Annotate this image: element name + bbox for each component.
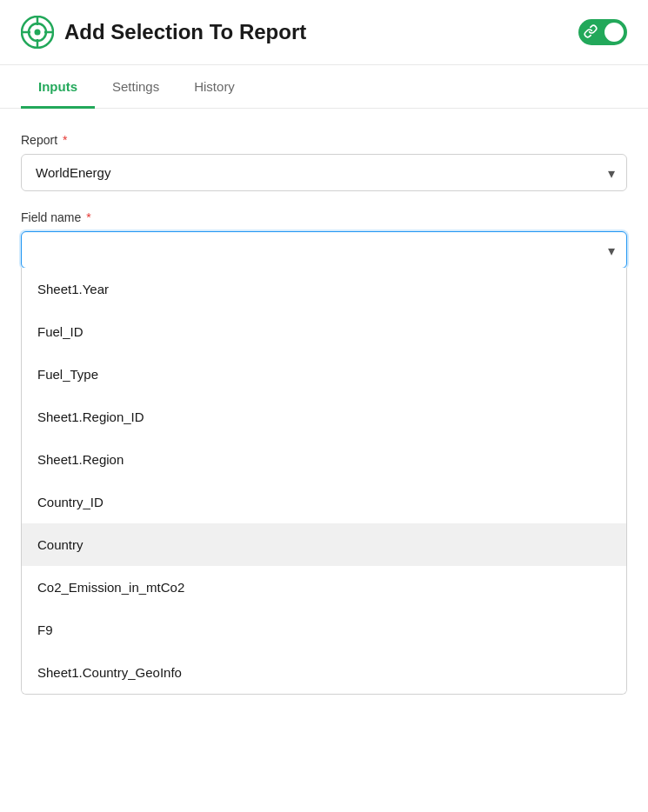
tabs-container: Inputs Settings History (0, 65, 648, 109)
app-container: Add Selection To Report Inputs Settings … (0, 0, 648, 812)
link-icon (584, 24, 598, 41)
report-select[interactable]: WorldEnergy (21, 154, 627, 191)
toggle-container[interactable] (578, 19, 627, 45)
dropdown-item-co2emission[interactable]: Co2_Emission_in_mtCo2 (22, 566, 626, 609)
report-field-label: Report * (21, 133, 627, 147)
dropdown-item-sheet1year[interactable]: Sheet1.Year (22, 268, 626, 310)
dropdown-item-country-id[interactable]: Country_ID (22, 481, 626, 523)
header: Add Selection To Report (0, 0, 648, 65)
field-name-label: Field name * (21, 210, 627, 224)
app-logo-icon (21, 16, 54, 49)
dropdown-item-sheet1regionid[interactable]: Sheet1.Region_ID (22, 396, 626, 438)
dropdown-item-f9[interactable]: F9 (22, 609, 626, 651)
dropdown-item-sheet1countrygeoinfo[interactable]: Sheet1.Country_GeoInfo (22, 651, 626, 694)
report-select-wrapper: WorldEnergy ▾ (21, 154, 627, 191)
field-name-required-indicator: * (86, 210, 90, 224)
field-name-section: Field name * ▾ Sheet1.Year Fuel_ID (21, 210, 627, 269)
page-title: Add Selection To Report (64, 20, 306, 44)
dropdown-item-fuel-id[interactable]: Fuel_ID (22, 310, 626, 353)
dropdown-scroll-area[interactable]: Sheet1.Year Fuel_ID Fuel_Type Sheet1.Reg… (22, 268, 626, 694)
field-name-dropdown: Sheet1.Year Fuel_ID Fuel_Type Sheet1.Reg… (21, 268, 627, 695)
report-required-indicator: * (63, 133, 67, 147)
field-name-select[interactable] (21, 231, 627, 269)
content-area: Report * WorldEnergy ▾ Field name * ▾ (0, 109, 648, 312)
tab-inputs[interactable]: Inputs (21, 65, 95, 109)
dropdown-item-fuel-type[interactable]: Fuel_Type (22, 353, 626, 396)
svg-point-2 (35, 30, 41, 36)
tab-history[interactable]: History (177, 65, 252, 109)
dropdown-item-country[interactable]: Country (22, 523, 626, 566)
tab-settings[interactable]: Settings (95, 65, 177, 109)
dropdown-item-sheet1region[interactable]: Sheet1.Region (22, 438, 626, 481)
field-name-select-wrapper: ▾ Sheet1.Year Fuel_ID Fuel_Type (21, 231, 627, 269)
header-left: Add Selection To Report (21, 16, 306, 49)
link-toggle[interactable] (578, 19, 627, 45)
